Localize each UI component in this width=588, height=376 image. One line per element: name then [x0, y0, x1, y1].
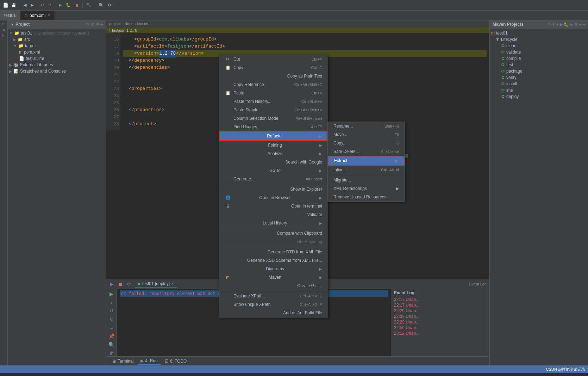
- cm-copy[interactable]: 📋 Copy Ctrl+C: [219, 63, 328, 72]
- maven-project-test01[interactable]: m test01: [490, 30, 588, 36]
- maven-item-validate[interactable]: ⚙ validate: [490, 49, 588, 55]
- maven-lifecycle-group[interactable]: ▼ Lifecycle: [490, 36, 588, 43]
- cm-refactor[interactable]: Refactor ▶: [219, 131, 328, 141]
- tab-pom-xml[interactable]: m pom.xml ✕: [20, 10, 55, 20]
- toolbar-settings[interactable]: ⚙: [106, 2, 113, 8]
- maven-item-clean[interactable]: ⚙ clean: [490, 43, 588, 49]
- maven-download-btn[interactable]: ⬇: [552, 22, 555, 27]
- maven-run-btn[interactable]: ▶: [560, 22, 563, 27]
- run-tab-close[interactable]: ✕: [171, 282, 174, 285]
- maven-skip-btn[interactable]: ⏭: [570, 22, 574, 27]
- project-minimize-icon[interactable]: ─: [100, 22, 103, 27]
- run-sb-pin[interactable]: 📌: [108, 333, 115, 340]
- bottom-tab-terminal[interactable]: 🖥 Terminal: [109, 358, 136, 364]
- toolbar-build[interactable]: 🔨: [85, 2, 93, 8]
- maven-sort-btn[interactable]: ≡: [579, 22, 581, 27]
- cm-create-gist[interactable]: Create Gist...: [219, 282, 328, 290]
- cm-compare-clipboard[interactable]: Compare with Clipboard: [219, 229, 328, 238]
- toolbar-forward[interactable]: ▶: [29, 2, 35, 8]
- cm-file-encoding[interactable]: File Encoding: [219, 238, 328, 246]
- project-sync-icon[interactable]: ⟳: [86, 22, 89, 27]
- run-sb-redo[interactable]: ↻: [109, 316, 114, 323]
- cm-col-mode[interactable]: Column Selection Mode Alt+Shift+Insert: [219, 114, 328, 123]
- maven-add-btn[interactable]: +: [556, 22, 558, 27]
- sm-safe-delete[interactable]: Safe Delete... Alt+Delete: [328, 147, 405, 156]
- sidebar-structure-icon[interactable]: Z: [1, 33, 7, 38]
- sm-remove-unused[interactable]: Remove Unused Resources...: [328, 193, 405, 201]
- sm-inline[interactable]: Inline... Ctrl+Alt+N: [328, 166, 405, 174]
- tab-pom-close[interactable]: ✕: [48, 13, 50, 17]
- toolbar-save[interactable]: 💾: [10, 2, 18, 8]
- bottom-tab-todo[interactable]: ☑ 6: TODO: [162, 358, 190, 364]
- toolbar-search[interactable]: 🔍: [97, 2, 105, 8]
- maven-item-test[interactable]: ⚙ test: [490, 62, 588, 68]
- sm-move[interactable]: Move... F6: [328, 130, 405, 139]
- toolbar-run[interactable]: ▶: [57, 2, 63, 8]
- toolbar-redo[interactable]: ↪: [47, 2, 53, 8]
- run-play-btn[interactable]: ▶: [109, 281, 114, 288]
- maven-item-compile[interactable]: ⚙ compile: [490, 55, 588, 62]
- bottom-tab-run[interactable]: ▶ 4: Run: [138, 358, 160, 365]
- cm-paste[interactable]: 📋 Paste Ctrl+V: [219, 89, 328, 97]
- cm-open-terminal[interactable]: 🖥 Open in terminal: [219, 202, 328, 210]
- run-sb-play[interactable]: ▶: [109, 290, 114, 297]
- tree-item-target[interactable]: ▼ 📁 target: [8, 43, 106, 49]
- maven-collapse-btn[interactable]: ─: [582, 22, 585, 27]
- sm-migrate[interactable]: Migrate...: [328, 176, 405, 184]
- maven-item-package[interactable]: ⚙ package: [490, 68, 588, 74]
- cm-generate[interactable]: Generate... Alt+Insert: [219, 175, 328, 183]
- cm-add-ant[interactable]: Add as Ant Build File: [219, 309, 328, 317]
- cm-local-history[interactable]: Local History ▶: [219, 219, 328, 227]
- toolbar-back[interactable]: ◀: [22, 2, 28, 8]
- cm-find-usages[interactable]: Find Usages Alt+F7: [219, 123, 328, 131]
- sidebar-project-icon[interactable]: 1: [1, 22, 7, 26]
- toolbar-stop[interactable]: ⏹: [74, 2, 80, 8]
- cm-paste-simple[interactable]: Paste Simple Ctrl+Alt+Shift+V: [219, 106, 328, 114]
- run-rerun-btn[interactable]: ⟳: [126, 281, 132, 288]
- cm-gen-dtd[interactable]: Generate DTD from XML File: [219, 248, 328, 256]
- maven-settings-btn[interactable]: ⚙: [575, 22, 578, 27]
- project-settings-icon[interactable]: ⚙: [91, 22, 95, 27]
- run-sb-wrap[interactable]: ≡: [109, 324, 113, 331]
- cm-open-browser[interactable]: 🌐 Open in Browser ▶: [219, 193, 328, 202]
- toolbar-debug[interactable]: 🐛: [64, 2, 72, 8]
- run-tab-deploy[interactable]: ▶ test01 [deploy] ✕: [135, 281, 177, 288]
- cm-eval-xpath[interactable]: Evaluate XPath... Ctrl+Alt+X, E: [219, 292, 328, 300]
- maven-item-deploy[interactable]: ⚙ deploy: [490, 93, 588, 100]
- cm-maven[interactable]: m Maven ▶: [219, 273, 328, 282]
- cm-gen-xsd[interactable]: Generate XSD Schema from XML File...: [219, 256, 328, 265]
- cm-folding[interactable]: Folding ▶: [219, 141, 328, 149]
- cm-show-explorer[interactable]: Show in Explorer: [219, 185, 328, 193]
- sm-xml-refactor[interactable]: XML Refactorings ▶: [328, 184, 405, 193]
- maven-item-site[interactable]: ⚙ site: [490, 87, 588, 93]
- cm-goto[interactable]: Go To ▶: [219, 166, 328, 175]
- sm-rename[interactable]: Rename... Shift+F6: [328, 122, 405, 130]
- maven-item-verify[interactable]: ⚙ verify: [490, 74, 588, 81]
- run-sb-down[interactable]: ↓: [110, 299, 113, 306]
- sm-extract[interactable]: Extract ▶: [328, 156, 405, 166]
- cm-show-xpath[interactable]: Show unique XPath Ctrl+Alt+X, P: [219, 300, 328, 309]
- cm-cut[interactable]: ✂ Cut Ctrl+X: [219, 55, 328, 63]
- sm-copy[interactable]: Copy... F5: [328, 139, 405, 147]
- cm-copy-ref[interactable]: Copy Reference Ctrl+Alt+Shift+C: [219, 80, 328, 89]
- sidebar-fav-icon[interactable]: ★: [1, 27, 7, 33]
- tree-item-scratches[interactable]: ▶ 📝 Scratches and Consoles: [8, 68, 106, 74]
- maven-debug-btn[interactable]: 🐛: [564, 22, 569, 27]
- maven-refresh-btn[interactable]: ⟳: [548, 22, 551, 27]
- cm-diagrams[interactable]: Diagrams ▶: [219, 265, 328, 273]
- cm-paste-history[interactable]: Paste from History... Ctrl+Shift+V: [219, 97, 328, 106]
- cm-copy-plain[interactable]: Copy as Plain Text: [219, 72, 328, 80]
- toolbar-undo[interactable]: ↩: [39, 2, 45, 8]
- run-stop-btn[interactable]: ⏹: [117, 281, 124, 288]
- cm-validate[interactable]: Validate: [219, 210, 328, 219]
- cm-analyze[interactable]: Analyze ▶: [219, 149, 328, 158]
- maven-item-install[interactable]: ⚙ install: [490, 81, 588, 87]
- tree-item-pom[interactable]: m pom.xml: [8, 49, 106, 55]
- tree-item-test01[interactable]: ▼ 📁 test01 C:\ZTools\mavenprojrct02\test…: [8, 30, 106, 36]
- tree-item-iml[interactable]: 📄 test01.iml: [8, 55, 106, 62]
- tree-item-src[interactable]: ▶ 📁 src: [8, 36, 106, 43]
- tab-test01[interactable]: test01: [0, 10, 20, 20]
- run-sb-filter[interactable]: 🔍: [108, 341, 115, 348]
- project-gear-icon[interactable]: ≡: [96, 22, 99, 27]
- run-sb-undo[interactable]: ↺: [109, 307, 114, 314]
